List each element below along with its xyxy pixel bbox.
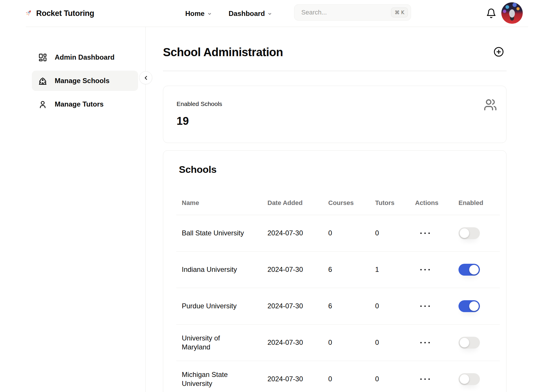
table-row: Michigan State University 2024-07-30 0 0 (176, 361, 500, 392)
courses-count-cell: 6 (328, 302, 375, 310)
date-added-cell: 2024-07-30 (267, 302, 328, 310)
enabled-toggle[interactable] (458, 337, 480, 349)
nav-dashboard[interactable]: Dashboard (229, 10, 272, 18)
more-horizontal-icon (420, 305, 430, 307)
toggle-knob (469, 301, 479, 311)
sidebar: Admin Dashboard Manage Schools Manage Tu… (0, 27, 146, 392)
school-name-cell: Indiana University (176, 265, 267, 274)
courses-count-cell: 0 (328, 375, 375, 383)
schools-table-title: Schools (163, 164, 506, 175)
sidebar-item-label: Manage Schools (55, 77, 109, 85)
toggle-knob (469, 265, 479, 274)
more-horizontal-icon (420, 269, 430, 270)
column-header-date-added: Date Added (267, 199, 328, 207)
add-school-button[interactable] (493, 47, 504, 58)
chevron-down-icon (267, 12, 272, 16)
column-header-courses: Courses (328, 199, 375, 207)
school-icon (38, 76, 47, 85)
row-actions-button[interactable] (415, 342, 430, 343)
date-added-cell: 2024-07-30 (267, 338, 328, 347)
tutors-count-cell: 0 (375, 375, 415, 383)
table-row: Indiana University 2024-07-30 6 1 (176, 252, 500, 288)
toggle-knob (460, 228, 469, 238)
enabled-toggle[interactable] (458, 227, 480, 239)
courses-count-cell: 0 (328, 338, 375, 347)
row-actions-button[interactable] (415, 232, 430, 234)
primary-nav: Home Dashboard (185, 0, 272, 27)
top-navigation: Rocket Tutoring Home Dashboard ⌘ K (0, 0, 554, 27)
rocket-icon (24, 9, 33, 19)
user-icon (38, 100, 47, 109)
notifications-button[interactable] (486, 8, 497, 19)
row-actions-button[interactable] (415, 305, 430, 307)
enabled-toggle[interactable] (458, 300, 480, 312)
date-added-cell: 2024-07-30 (267, 229, 328, 237)
page-title: School Administration (163, 45, 283, 59)
school-name-cell: Ball State University (176, 228, 267, 237)
school-name: Indiana University (182, 265, 237, 274)
search-input[interactable] (301, 9, 391, 16)
courses-count-cell: 0 (328, 229, 375, 237)
search-shortcut-badge: ⌘ K (391, 8, 408, 17)
table-row: University of Maryland 2024-07-30 0 0 (176, 325, 500, 361)
school-name: Michigan State University (182, 370, 244, 388)
schools-table: Name Date Added Courses Tutors Actions E… (176, 191, 500, 392)
tutors-count-cell: 0 (375, 229, 415, 237)
school-name: Ball State University (182, 228, 244, 237)
more-horizontal-icon (420, 342, 430, 343)
toggle-knob (460, 338, 469, 347)
column-header-enabled: Enabled (458, 199, 500, 207)
row-actions-button[interactable] (415, 378, 430, 380)
stat-value: 19 (177, 115, 493, 127)
sidebar-item-admin-dashboard[interactable]: Admin Dashboard (32, 47, 138, 67)
enabled-toggle[interactable] (458, 373, 480, 385)
row-actions-button[interactable] (415, 269, 430, 270)
school-name: Purdue University (182, 301, 236, 310)
table-row: Ball State University 2024-07-30 0 0 (176, 215, 500, 252)
school-name-cell: University of Maryland (176, 334, 267, 351)
sidebar-item-manage-tutors[interactable]: Manage Tutors (32, 94, 138, 114)
column-header-name: Name (176, 199, 267, 207)
main-content: School Administration Enabled Schools 19… (163, 27, 507, 392)
enabled-toggle[interactable] (458, 264, 480, 276)
sidebar-item-label: Manage Tutors (55, 100, 104, 108)
column-header-tutors: Tutors (375, 199, 415, 207)
date-added-cell: 2024-07-30 (267, 375, 328, 383)
schools-card: Schools Name Date Added Courses Tutors A… (163, 150, 507, 392)
nav-home-label: Home (185, 10, 205, 18)
table-header-row: Name Date Added Courses Tutors Actions E… (176, 191, 500, 215)
table-body: Ball State University 2024-07-30 0 0 Ind… (176, 215, 500, 392)
search-box[interactable]: ⌘ K (294, 4, 411, 21)
enabled-schools-card: Enabled Schools 19 (163, 86, 507, 143)
title-divider (163, 71, 507, 71)
chevron-down-icon (207, 12, 212, 16)
more-horizontal-icon (420, 378, 430, 380)
sidebar-collapse-button[interactable] (139, 71, 152, 84)
school-name-cell: Michigan State University (176, 370, 267, 388)
chevron-left-icon (143, 75, 149, 81)
column-header-actions: Actions (415, 199, 458, 207)
toggle-knob (460, 374, 469, 384)
plus-circle-icon (494, 47, 504, 57)
brand-name: Rocket Tutoring (36, 9, 94, 18)
more-horizontal-icon (420, 232, 430, 234)
sidebar-item-manage-schools[interactable]: Manage Schools (32, 71, 138, 91)
nav-home[interactable]: Home (185, 10, 212, 18)
tutors-count-cell: 0 (375, 302, 415, 310)
tutors-count-cell: 1 (375, 265, 415, 274)
bell-icon (486, 8, 496, 19)
sidebar-item-label: Admin Dashboard (55, 53, 115, 61)
courses-count-cell: 6 (328, 265, 375, 274)
dashboard-icon (38, 53, 47, 62)
date-added-cell: 2024-07-30 (267, 265, 328, 274)
user-avatar[interactable] (501, 2, 523, 24)
users-icon (484, 98, 497, 113)
stat-label: Enabled Schools (177, 100, 493, 107)
tutors-count-cell: 0 (375, 338, 415, 347)
school-name-cell: Purdue University (176, 301, 267, 310)
nav-dashboard-label: Dashboard (229, 10, 265, 18)
table-row: Purdue University 2024-07-30 6 0 (176, 288, 500, 325)
school-name: University of Maryland (182, 334, 244, 351)
brand-logo[interactable]: Rocket Tutoring (24, 0, 94, 27)
